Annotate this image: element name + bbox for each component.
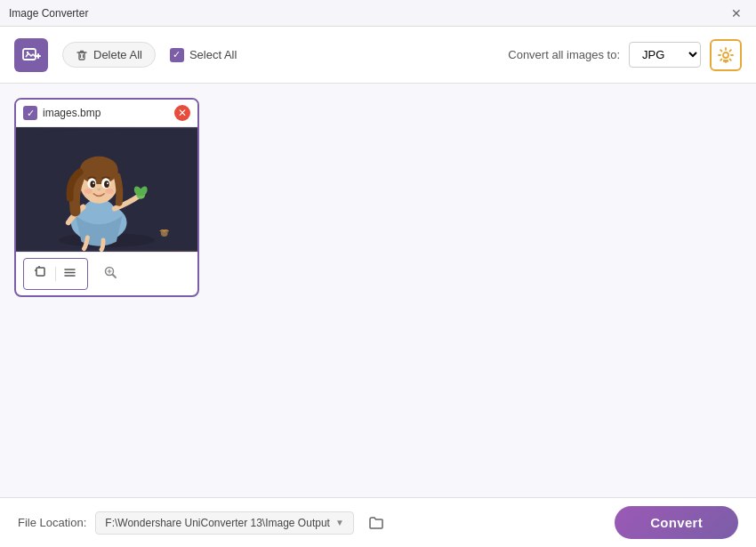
file-location-selector[interactable]: F:\Wondershare UniConverter 13\Image Out… [95,511,353,535]
card-header: ✓ images.bmp ✕ [16,100,197,127]
svg-point-27 [97,189,101,191]
footer: File Location: F:\Wondershare UniConvert… [0,497,756,547]
select-all-button[interactable]: ✓ Select All [170,48,237,62]
preview-illustration [16,127,197,252]
svg-point-1 [27,51,28,52]
action-divider [55,267,56,281]
image-card: ✓ images.bmp ✕ [14,98,199,297]
svg-point-20 [80,157,118,184]
svg-point-23 [90,181,95,188]
path-dropdown-arrow: ▼ [335,518,344,527]
file-location-label: File Location: [18,516,86,529]
card-checkbox[interactable]: ✓ [23,106,37,120]
output-settings-button[interactable] [710,39,742,71]
select-all-label: Select All [189,48,237,61]
footer-left: File Location: F:\Wondershare UniConvert… [18,510,615,536]
zoom-button[interactable] [93,259,128,289]
trash-icon [76,49,88,61]
convert-button[interactable]: Convert [615,506,738,539]
convert-all-label: Convert all images to: [508,48,620,61]
card-close-button[interactable]: ✕ [174,105,190,121]
svg-rect-10 [723,60,728,62]
svg-point-9 [723,52,728,58]
delete-all-label: Delete All [93,48,142,61]
svg-line-38 [113,275,117,278]
zoom-icon [104,266,117,279]
svg-point-25 [92,182,94,184]
file-path-text: F:\Wondershare UniConverter 13\Image Out… [105,517,330,529]
toolbar-right: Convert all images to: JPG PNG BMP GIF T… [508,39,742,71]
main-content: ✓ images.bmp ✕ [0,84,756,497]
close-button[interactable]: ✕ [726,3,747,24]
svg-rect-31 [36,268,44,276]
svg-point-28 [84,189,93,194]
svg-point-29 [105,189,114,194]
toolbar: Delete All ✓ Select All Convert all imag… [0,27,756,84]
title-bar: Image Converter ✕ [0,0,756,27]
select-all-checkbox: ✓ [170,48,184,62]
window-title: Image Converter [9,7,88,20]
card-image-preview [16,127,197,252]
add-image-button[interactable] [14,38,48,72]
settings-icon [717,46,735,64]
delete-all-button[interactable]: Delete All [62,42,156,68]
svg-point-26 [107,182,109,184]
menu-icon[interactable] [63,266,76,282]
svg-point-24 [104,181,109,188]
card-filename: images.bmp [43,107,169,119]
folder-icon [368,515,384,531]
format-select[interactable]: JPG PNG BMP GIF TIFF WEBP [629,42,701,68]
crop-menu-group[interactable] [23,258,88,290]
toolbar-left: Delete All ✓ Select All [14,38,494,72]
browse-folder-button[interactable] [363,510,390,536]
card-actions [16,252,197,295]
crop-icon[interactable] [35,266,48,282]
add-image-icon [21,45,41,65]
